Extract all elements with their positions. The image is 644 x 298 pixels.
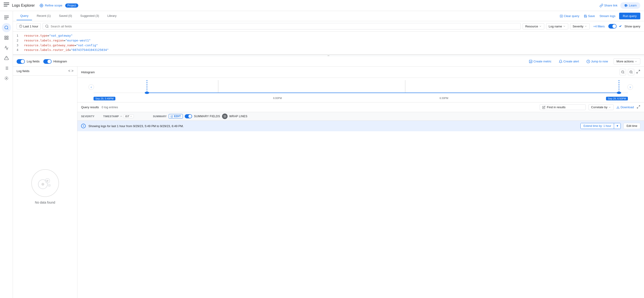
search-input[interactable] — [51, 25, 518, 28]
sidebar-item-metrics[interactable] — [2, 43, 11, 52]
extend-time-dropdown[interactable]: ▼ — [614, 123, 620, 129]
find-in-results-box[interactable]: Find in results — [540, 104, 586, 110]
results-count: 0 log entries — [102, 106, 118, 109]
log-fields-toggle[interactable] — [16, 59, 25, 64]
histogram-panel: Histogram — [78, 66, 644, 298]
log-fields-toggle-group: Log fields — [16, 59, 40, 64]
query-line-2: 2 resource.labels.region="europe-west1" — [16, 38, 640, 43]
arrow-left-icon[interactable]: < — [68, 69, 70, 73]
severity-filter[interactable]: Severity — [570, 23, 590, 30]
tab-suggested[interactable]: Suggested (3) — [76, 12, 103, 20]
expand-histogram-btn[interactable] — [636, 70, 640, 75]
wrap-lines-label: Wrap lines — [230, 115, 248, 118]
query-line-1: 1 resource.type="nat_gateway" — [16, 34, 640, 38]
svg-point-41 — [49, 185, 50, 186]
edit-time-btn[interactable]: Edit time — [624, 123, 640, 129]
col-header-summary: SUMMARY EDIT Summary fields — [153, 114, 640, 119]
svg-line-13 — [7, 28, 8, 30]
tab-bar: Query Recent (1) Saved (0) Suggested (3)… — [13, 11, 644, 21]
no-data-illustration — [31, 169, 59, 197]
query-editor: 1 resource.type="nat_gateway" 2 resource… — [13, 32, 644, 54]
panel-nav-arrows[interactable]: < > — [68, 69, 74, 73]
zoom-out-btn[interactable] — [620, 69, 626, 75]
sidebar-item-trace[interactable] — [2, 74, 11, 83]
more-actions-btn[interactable]: More actions — [614, 58, 640, 64]
clear-query-btn[interactable]: Clear query — [558, 13, 581, 19]
histogram-start-time: Sep 29, 5:49PM — [94, 97, 116, 100]
info-icon: i — [81, 124, 86, 128]
log-fields-panel: Log fields < > — [13, 66, 78, 298]
svg-line-43 — [624, 73, 624, 74]
wrap-lines-icon[interactable] — [222, 114, 228, 119]
svg-point-4 — [41, 5, 42, 6]
download-btn[interactable]: Download — [616, 106, 634, 109]
svg-rect-0 — [4, 2, 9, 3]
arrow-right-icon[interactable]: > — [72, 69, 74, 73]
edit-summary-btn[interactable]: EDIT — [168, 114, 183, 118]
zoom-in-btn[interactable] — [628, 69, 634, 75]
run-query-btn[interactable]: Run query — [619, 13, 640, 19]
svg-rect-10 — [4, 17, 9, 18]
histogram-nav-left[interactable]: ‹ — [88, 84, 94, 90]
resource-filter[interactable]: Resource — [522, 23, 544, 30]
log-fields-title: Log fields — [16, 69, 30, 73]
histogram-time-1: 6:00PM — [273, 97, 282, 100]
tab-saved[interactable]: Saved (0) — [55, 12, 76, 20]
histogram-nav-right[interactable]: › — [628, 84, 633, 90]
histogram-time-2: 6:30PM — [440, 97, 448, 100]
svg-line-49 — [639, 70, 640, 71]
svg-line-50 — [637, 72, 638, 73]
log-fields-header: Log fields < > — [13, 66, 77, 76]
histogram-toggle[interactable] — [43, 59, 52, 64]
extend-time-btn[interactable]: Extend time by: 1 hour ▼ — [580, 123, 621, 129]
log-fields-label: Log fields — [27, 60, 40, 63]
sidebar-item-menu[interactable] — [2, 13, 11, 22]
svg-rect-16 — [4, 38, 6, 40]
svg-point-12 — [4, 26, 8, 29]
resize-handle[interactable] — [13, 54, 644, 56]
svg-rect-11 — [4, 19, 7, 19]
project-badge[interactable]: Project — [65, 4, 78, 8]
correlate-by-btn[interactable]: Correlate by — [588, 104, 614, 110]
tab-library[interactable]: Library — [104, 12, 120, 20]
find-in-results-label: Find in results — [547, 106, 566, 109]
svg-rect-9 — [4, 16, 9, 16]
svg-line-60 — [639, 106, 640, 107]
sidebar-item-dashboard[interactable] — [2, 33, 11, 42]
svg-rect-2 — [4, 6, 7, 6]
nav-logo-icon[interactable] — [4, 2, 9, 8]
create-alert-btn[interactable]: Create alert — [557, 58, 581, 64]
stream-logs-btn[interactable]: Stream logs — [598, 13, 617, 19]
sidebar-item-logs[interactable] — [2, 64, 11, 73]
filter-bar: Last 1 hour Resource Log name — [13, 21, 644, 32]
svg-point-39 — [46, 180, 48, 182]
tab-recent[interactable]: Recent (1) — [33, 12, 54, 20]
time-filter-btn[interactable]: Last 1 hour — [16, 23, 41, 30]
svg-rect-14 — [4, 36, 6, 38]
results-title: Query results — [81, 106, 99, 109]
save-btn[interactable]: Save — [582, 13, 597, 19]
svg-rect-34 — [529, 60, 532, 63]
content-area: Log fields < > — [13, 66, 644, 298]
timezone-selector[interactable]: IST — [124, 114, 134, 118]
svg-line-61 — [637, 107, 638, 108]
sidebar-item-search[interactable] — [2, 23, 11, 32]
top-nav: Logs Explorer Refine scope Project Share… — [0, 0, 644, 11]
refine-scope-btn[interactable]: Refine scope — [40, 4, 62, 8]
tab-query[interactable]: Query — [16, 12, 32, 20]
fullscreen-btn[interactable] — [637, 105, 640, 110]
jump-to-now-btn[interactable]: Jump to now — [584, 58, 610, 64]
query-line-3: 3 resource.labels.gateway_name="nat-conf… — [16, 43, 640, 48]
histogram-toggle-group: Histogram — [43, 59, 67, 64]
learn-btn[interactable]: Learn — [620, 2, 640, 9]
more-filters-btn[interactable]: +4 filters — [592, 24, 607, 29]
summary-fields-toggle[interactable] — [185, 114, 192, 118]
logname-filter[interactable]: Log name — [546, 23, 568, 30]
table-header: SEVERITY TIMESTAMP IST — [78, 112, 644, 121]
sidebar-item-alerts[interactable] — [2, 54, 11, 63]
svg-point-37 — [42, 183, 44, 186]
create-metric-btn[interactable]: Create metric — [527, 58, 553, 64]
svg-rect-1 — [4, 4, 9, 5]
show-query-toggle[interactable] — [608, 24, 616, 28]
share-link-btn[interactable]: Share link — [600, 4, 618, 7]
